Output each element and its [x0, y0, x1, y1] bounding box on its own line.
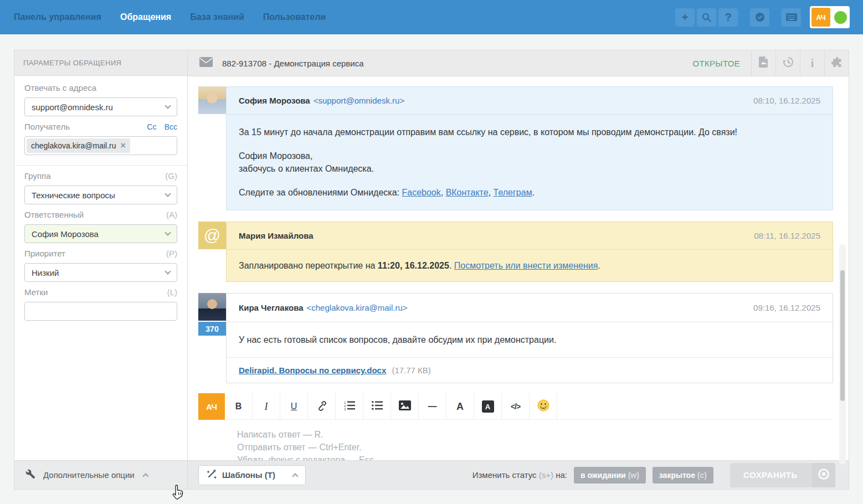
change-status-suffix: на: — [556, 470, 567, 480]
change-status-label: Изменить статус — [472, 470, 537, 480]
puzzle-icon — [831, 56, 843, 70]
emoji-button[interactable] — [530, 393, 557, 420]
message-author: Мария Измайлова — [239, 231, 314, 240]
inline-text: Запланировано переоткрытие на — [239, 261, 378, 270]
remove-recipient-icon[interactable]: × — [121, 141, 126, 150]
priority-select[interactable]: Низкий — [24, 263, 177, 282]
message-staff-reply: София Морозова <support@omnidesk.ru> 08:… — [198, 86, 833, 210]
scrollbar-thumb[interactable] — [840, 270, 845, 401]
bcc-link[interactable]: Bcc — [165, 122, 177, 131]
new-case-button[interactable]: + — [675, 8, 695, 27]
reply-from-select[interactable]: support@omnidesk.ru — [24, 97, 177, 116]
unordered-list-button[interactable] — [363, 393, 391, 420]
history-button[interactable] — [775, 50, 800, 76]
underline-button[interactable]: U — [280, 393, 308, 420]
main-nav: Панель управления Обращения База знаний … — [14, 0, 326, 34]
tags-input[interactable] — [24, 302, 177, 321]
horizontal-rule-button[interactable]: — — [419, 393, 446, 420]
integrations-button[interactable] — [824, 50, 849, 76]
case-main-panel: 882-913708 - Демонстрация сервиса ОТКРЫТ… — [188, 50, 849, 490]
author-email-link[interactable]: <support@omnidesk.ru> — [314, 96, 404, 105]
note-text-with-link: Запланировано переоткрытие на 11:20, 16.… — [239, 259, 820, 272]
inline-text: Следите за обновлениями Омнидеска: — [239, 188, 402, 197]
svg-text:1: 1 — [344, 401, 346, 404]
recipient-chip: cheglakova.kira@mail.ru × — [27, 138, 130, 153]
message-timestamp: 08:11, 16.12.2025 — [754, 231, 820, 240]
inline-link[interactable]: Facebook — [402, 188, 440, 197]
inline-link[interactable]: Посмотреть или внести изменения — [454, 261, 598, 270]
group-select[interactable]: Технические вопросы — [24, 186, 177, 204]
insert-image-button[interactable] — [391, 393, 419, 420]
ticket-status-badge: ОТКРЫТОЕ — [693, 59, 740, 68]
assignee-select[interactable]: София Морозова — [24, 224, 177, 243]
export-file-button[interactable] — [751, 50, 775, 76]
inline-text: . — [532, 188, 535, 197]
assignee-label: Ответственный — [24, 210, 84, 219]
nav-knowledge-base[interactable]: База знаний — [190, 12, 244, 22]
current-user-avatar: АЧ — [198, 393, 225, 420]
emoji-icon — [537, 399, 549, 414]
chevron-down-icon — [165, 229, 171, 235]
nav-users[interactable]: Пользователи — [263, 12, 326, 22]
recipient-chip-email: cheglakova.kira@mail.ru — [31, 141, 116, 150]
nav-dashboard[interactable]: Панель управления — [14, 12, 101, 22]
plus-icon: + — [682, 11, 689, 24]
history-icon — [783, 56, 794, 70]
sidebar-divider — [14, 165, 187, 166]
pending-label: в ожидании — [581, 471, 626, 480]
action-bar: Шаблоны (T) Изменить статус (s+) на: в о… — [188, 460, 849, 489]
editor-placeholder: Отправить ответ — Ctrl+Enter. — [237, 441, 833, 454]
keyboard-shortcuts-button[interactable] — [782, 8, 801, 27]
font-color-button[interactable]: A — [446, 393, 474, 420]
envelope-icon — [199, 57, 213, 69]
reply-editor: АЧ B I U 123 — [198, 393, 833, 460]
ordered-list-button[interactable]: 123 — [336, 393, 363, 420]
user-menu[interactable]: АЧ — [810, 6, 850, 28]
keyboard-icon — [785, 13, 798, 22]
inline-bold-text: 11:20, 16.12.2025 — [378, 261, 449, 270]
italic-button[interactable]: I — [253, 393, 280, 420]
assignee-value: София Морозова — [32, 229, 99, 239]
chevron-down-icon — [165, 191, 171, 197]
pending-hotkey: (w) — [628, 471, 639, 480]
attachment-link[interactable]: Delirapid. Вопросы по сервису.docx — [239, 366, 386, 375]
inline-link[interactable]: ВКонтакте — [446, 188, 489, 197]
attachment-size: (17.77 КВ) — [392, 366, 430, 375]
more-options-toggle[interactable]: Дополнительные опции — [14, 460, 187, 489]
chevron-down-icon — [165, 102, 171, 109]
group-hotkey: (G) — [165, 171, 177, 181]
ticket-title: 882-913708 - Демонстрация сервиса — [222, 59, 364, 68]
bold-button[interactable]: B — [225, 393, 253, 420]
reply-textarea[interactable]: Написать ответ — R. Отправить ответ — Ct… — [225, 420, 833, 460]
avatar — [198, 293, 226, 321]
save-button[interactable]: СОХРАНИТЬ — [730, 463, 835, 487]
cc-link[interactable]: Cc — [147, 122, 156, 131]
link-button[interactable] — [308, 393, 336, 420]
closed-hotkey: (c) — [697, 471, 707, 480]
group-value: Технические вопросы — [32, 191, 115, 200]
priority-label: Приоритет — [24, 249, 65, 258]
question-icon: ? — [725, 11, 731, 24]
save-and-record-segment[interactable] — [811, 463, 835, 487]
verified-button[interactable] — [750, 8, 769, 27]
closed-label: закрытое — [659, 471, 695, 480]
templates-button[interactable]: Шаблоны (T) — [198, 465, 306, 485]
conversation-scrollbar — [839, 244, 846, 465]
editor-toolbar: B I U 123 — [225, 393, 833, 420]
author-email-link[interactable]: <cheglakova.kira@mail.ru> — [307, 303, 408, 312]
inline-link[interactable]: Телеграм — [494, 188, 532, 197]
info-button[interactable]: i — [800, 50, 824, 76]
status-pending-button[interactable]: в ожидании (w) — [574, 467, 646, 484]
search-button[interactable] — [697, 8, 716, 27]
background-color-button[interactable]: A — [474, 393, 502, 420]
avatar — [198, 86, 226, 114]
status-closed-button[interactable]: закрытое (c) — [653, 467, 713, 484]
editor-placeholder: Написать ответ — R. — [237, 428, 833, 441]
code-button[interactable]: </> — [502, 393, 530, 420]
recipient-input[interactable]: cheglakova.kira@mail.ru × — [24, 136, 177, 155]
search-icon — [702, 13, 711, 22]
help-button[interactable]: ? — [718, 8, 738, 27]
wrench-icon — [25, 469, 35, 481]
nav-cases[interactable]: Обращения — [120, 12, 171, 22]
status-hotkey: (s+) — [539, 470, 553, 480]
